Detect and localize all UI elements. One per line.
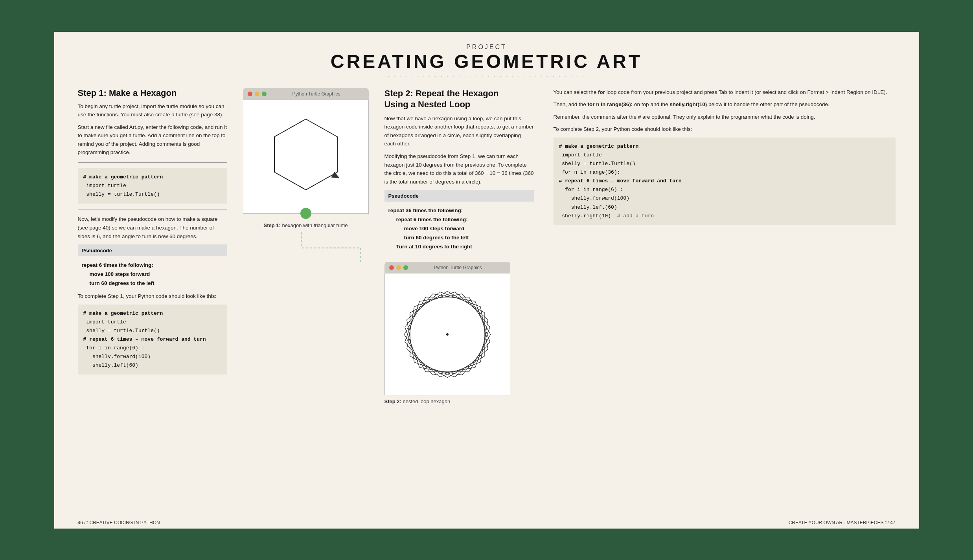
top-bar <box>54 25 919 32</box>
step2-title: Step 2: Repeat the HexagonUsing a Nested… <box>384 88 534 110</box>
step2-window-area: Python Turtle Graphics .hex-pattern { fi… <box>384 262 534 404</box>
hex-group <box>390 277 504 391</box>
nested-hexagon-svg: .hex-pattern { fill: none; stroke: #333;… <box>388 275 506 393</box>
step1-initial-code: # make a geometric pattern import turtle… <box>78 168 227 204</box>
main-columns: Step 1: Make a Hexagon To begin any turt… <box>78 84 896 517</box>
header: PROJECT CREATING GEOMETRIC ART · · · · ·… <box>78 32 896 84</box>
col-step1-text: Step 1: Make a Hexagon To begin any turt… <box>78 88 227 517</box>
caption-text: hexagon with triangular turtle <box>282 222 348 228</box>
main-title: CREATING GEOMETRIC ART <box>78 51 896 72</box>
win-title-2: Python Turtle Graphics <box>410 265 506 270</box>
win-title-1: Python Turtle Graphics <box>269 91 364 97</box>
win-dot-yellow-2 <box>396 265 401 270</box>
dotted-line: · · · · · · · · · · · · · · · · · · · · … <box>78 74 896 80</box>
step1-para1: To begin any turtle project, import the … <box>78 102 227 119</box>
step1-pseudocode: Pseudocode repeat 6 times the following:… <box>78 244 227 292</box>
win-dot-red-1 <box>248 92 252 96</box>
caption-bold: Step 1: <box>264 222 281 228</box>
connector-dot <box>300 208 311 219</box>
window-chrome-2: Python Turtle Graphics <box>384 262 510 274</box>
pseudo-line-1: move 100 steps forward <box>82 270 223 279</box>
pseudocode-header: Pseudocode <box>78 244 227 256</box>
divider1 <box>78 162 227 163</box>
svg-marker-0 <box>274 119 337 190</box>
connector-svg <box>239 232 365 264</box>
pseudo2-line-0: repeat 36 times the following: <box>388 206 530 215</box>
step2-para4: Then, add the for n in range(36): on top… <box>554 100 896 109</box>
step2-pseudocode: Pseudocode repeat 36 times the following… <box>384 190 534 255</box>
page-content: PROJECT CREATING GEOMETRIC ART · · · · ·… <box>54 32 919 517</box>
and-inline: and <box>657 178 666 184</box>
step1-caption: Step 1: hexagon with triangular turtle <box>264 222 348 228</box>
pseudo-line-0: repeat 6 times the following: <box>82 261 223 270</box>
hexagon-svg <box>263 107 349 206</box>
window-body-2: .hex-pattern { fill: none; stroke: #333;… <box>384 274 510 395</box>
win-dot-green-1 <box>262 92 267 96</box>
col-step2-text: Step 2: Repeat the HexagonUsing a Nested… <box>384 88 534 517</box>
step2-title-text: Step 2: Repeat the HexagonUsing a Nested… <box>384 88 499 110</box>
step2-para1: Now that we have a hexagon using a loop,… <box>384 114 534 148</box>
step2-para5: Remember, the comments after the # are o… <box>554 113 896 121</box>
turtle-window-step1: Python Turtle Graphics <box>243 88 369 214</box>
footer-left: 46 /:: CREATIVE CODING IN PYTHON <box>78 520 160 525</box>
and-text: and <box>650 101 659 107</box>
pseudo2-line-4: Turn at 10 degrees to the right <box>388 242 530 252</box>
turtle-window-step2: Python Turtle Graphics .hex-pattern { fi… <box>384 262 510 395</box>
svg-marker-1 <box>331 172 339 178</box>
win-dot-yellow-1 <box>255 92 259 96</box>
step2-caption: Step 2: nested loop hexagon <box>384 398 534 404</box>
svg-point-23 <box>446 333 449 336</box>
pseudo2-line-2: move 100 steps forward <box>388 224 530 233</box>
win-dot-red-2 <box>389 265 394 270</box>
pseudocode2-title: Pseudocode <box>388 193 419 199</box>
pseudocode-content: repeat 6 times the following: move 100 s… <box>78 259 227 292</box>
col-step1-window: Python Turtle Graphics Step <box>239 88 373 517</box>
project-label: PROJECT <box>78 44 896 51</box>
step2-para6: To complete Step 2, your Python code sho… <box>554 125 896 134</box>
step2-code: # make a geometric pattern import turtle… <box>554 138 896 225</box>
step1-para2: Start a new file called Art.py, enter th… <box>78 123 227 157</box>
step2-para3: You can select the for loop code from yo… <box>554 88 896 97</box>
win-dot-green-2 <box>403 265 408 270</box>
divider2 <box>78 209 227 209</box>
bottom-bar <box>54 529 919 536</box>
pseudo-line-2: turn 60 degrees to the left <box>82 279 223 288</box>
step2-caption-bold: Step 2: <box>384 398 401 404</box>
pseudo2-line-3: turn 60 degrees to the left <box>388 233 530 242</box>
window-chrome-1: Python Turtle Graphics <box>243 88 369 100</box>
col-step2-code: You can select the for loop code from yo… <box>546 88 896 517</box>
step1-title: Step 1: Make a Hexagon <box>78 88 227 98</box>
footer-right: CREATE YOUR OWN ART MASTERPIECES ::/ 47 <box>789 520 896 525</box>
pseudocode-title: Pseudocode <box>82 248 112 253</box>
pseudo2-line-1: repeat 6 times the following: <box>388 215 530 224</box>
page: PROJECT CREATING GEOMETRIC ART · · · · ·… <box>54 25 919 536</box>
step1-code: # make a geometric pattern import turtle… <box>78 305 227 375</box>
step2-para2: Modifying the pseudocode from Step 1, we… <box>384 152 534 186</box>
step2-caption-text: nested loop hexagon <box>403 398 450 404</box>
step1-para3: Now, let's modify the pseudocode on how … <box>78 215 227 241</box>
window-body-1 <box>243 100 369 214</box>
pseudocode2-header: Pseudocode <box>384 190 534 202</box>
step1-para4: To complete Step 1, your Python code sho… <box>78 292 227 301</box>
pseudocode2-content: repeat 36 times the following: repeat 6 … <box>384 204 534 255</box>
page-footer: 46 /:: CREATIVE CODING IN PYTHON CREATE … <box>54 517 919 529</box>
connector-area <box>239 232 373 265</box>
